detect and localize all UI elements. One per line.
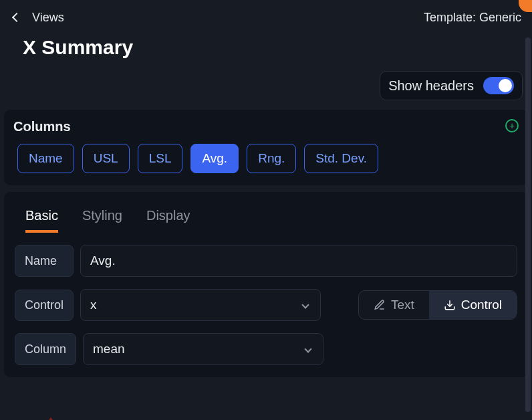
- columns-title: Columns: [13, 119, 520, 134]
- basic-form: Name Control x Text Control Column: [12, 242, 520, 365]
- editor-panel: Basic Styling Display Name Control x Tex…: [4, 192, 528, 377]
- column-select[interactable]: mean: [83, 333, 323, 365]
- column-select-value: mean: [93, 342, 125, 356]
- show-headers-toggle[interactable]: [483, 77, 514, 94]
- control-select-value: x: [90, 298, 97, 312]
- tab-styling[interactable]: Styling: [82, 208, 122, 233]
- chevron-down-icon: [301, 301, 309, 308]
- add-column-button[interactable]: +: [505, 119, 519, 132]
- tab-basic[interactable]: Basic: [25, 208, 58, 233]
- column-chip-avg[interactable]: Avg.: [190, 144, 239, 173]
- control-select[interactable]: x: [80, 289, 321, 321]
- name-label: Name: [15, 245, 74, 277]
- breadcrumb-views[interactable]: Views: [32, 11, 64, 25]
- seg-control-button[interactable]: Control: [429, 291, 517, 319]
- seg-text-button[interactable]: Text: [359, 291, 429, 319]
- column-chips: Name USL LSL Avg. Rng. Std. Dev.: [12, 144, 520, 173]
- toggle-knob: [499, 79, 512, 92]
- vertical-scrollbar[interactable]: [525, 37, 531, 412]
- control-label: Control: [15, 290, 74, 321]
- show-headers-group: Show headers: [380, 71, 523, 100]
- show-headers-label: Show headers: [388, 78, 474, 94]
- editor-tabs: Basic Styling Display: [12, 201, 520, 238]
- back-icon[interactable]: [12, 13, 21, 22]
- page-title: X Summary: [0, 32, 532, 71]
- seg-text-label: Text: [391, 298, 414, 312]
- pencil-icon: [374, 299, 386, 311]
- column-chip-name[interactable]: Name: [17, 144, 74, 173]
- mode-segmented: Text Control: [358, 290, 517, 320]
- column-chip-lsl[interactable]: LSL: [138, 144, 183, 173]
- seg-control-label: Control: [461, 298, 502, 312]
- column-chip-stddev[interactable]: Std. Dev.: [304, 144, 378, 173]
- topbar: Views Template: Generic: [0, 0, 532, 32]
- download-icon: [444, 299, 456, 311]
- columns-panel: Columns + Name USL LSL Avg. Rng. Std. De…: [4, 110, 528, 185]
- column-label: Column: [15, 333, 76, 365]
- template-selector[interactable]: Template: Generic: [424, 11, 521, 25]
- column-chip-rng[interactable]: Rng.: [247, 144, 296, 173]
- column-chip-usl[interactable]: USL: [82, 144, 130, 173]
- chevron-down-icon: [304, 345, 311, 352]
- tab-display[interactable]: Display: [146, 208, 190, 233]
- name-input[interactable]: [80, 245, 517, 277]
